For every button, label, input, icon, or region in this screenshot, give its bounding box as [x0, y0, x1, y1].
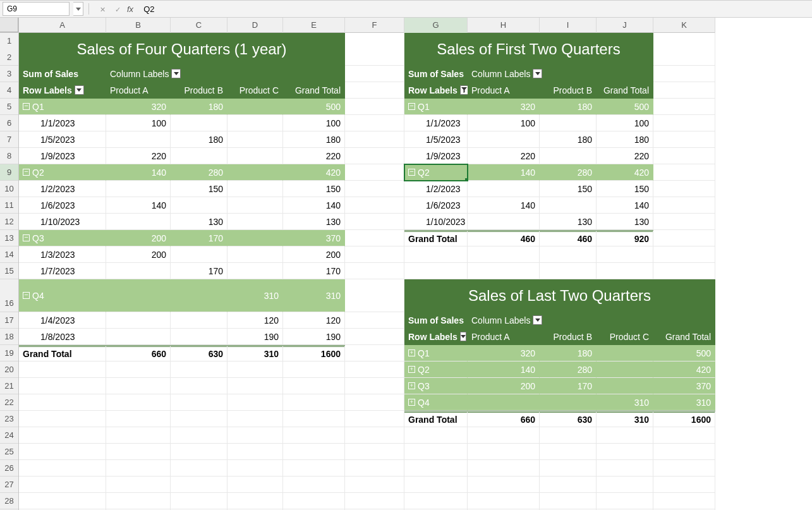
cell[interactable]	[597, 427, 653, 444]
cell[interactable]	[283, 460, 345, 477]
pivot2-val[interactable]: 100	[597, 115, 653, 131]
cell[interactable]	[106, 460, 171, 477]
pivot2-grand-label[interactable]: Grand Total	[404, 230, 468, 246]
cell[interactable]	[283, 427, 345, 444]
cell[interactable]	[345, 460, 404, 477]
pivot2-val[interactable]	[540, 148, 597, 164]
cell[interactable]	[345, 477, 404, 493]
cell[interactable]	[227, 460, 283, 477]
cell[interactable]	[468, 460, 540, 477]
cell[interactable]	[540, 493, 597, 509]
cell[interactable]	[171, 394, 227, 411]
pivot2-val[interactable]: 420	[597, 164, 653, 181]
row-header[interactable]: 27	[0, 477, 18, 493]
pivot1-val[interactable]: 150	[171, 181, 227, 197]
row-header[interactable]: 18	[0, 329, 18, 345]
cell[interactable]	[283, 411, 345, 427]
pivot1-date[interactable]: 1/5/2023	[19, 131, 106, 148]
pivot3-val[interactable]	[468, 394, 540, 411]
pivot1-sum-label[interactable]: Sum of Sales	[19, 66, 106, 82]
pivot3-grand[interactable]: 630	[540, 411, 597, 427]
cell[interactable]	[653, 148, 715, 164]
pivot1-val[interactable]	[227, 263, 283, 279]
cell[interactable]	[171, 460, 227, 477]
pivot1-val[interactable]	[227, 246, 283, 263]
cell[interactable]	[283, 361, 345, 378]
pivot3-val[interactable]: 310	[597, 394, 653, 411]
cell[interactable]	[283, 394, 345, 411]
pivot3-val[interactable]	[597, 345, 653, 361]
pivot3-val[interactable]: 140	[468, 361, 540, 378]
row-header[interactable]: 25	[0, 444, 18, 460]
pivot2-date[interactable]: 1/5/2023	[404, 131, 468, 148]
pivot2-sum-label[interactable]: Sum of Sales	[404, 66, 468, 82]
pivot1-val[interactable]	[171, 312, 227, 329]
pivot2-row-labels[interactable]: Row Labels	[404, 82, 468, 99]
cell[interactable]	[345, 246, 404, 263]
dropdown-icon[interactable]	[75, 85, 84, 95]
expand-icon[interactable]	[408, 349, 415, 356]
pivot1-val[interactable]: 200	[283, 246, 345, 263]
cell[interactable]	[345, 378, 404, 394]
pivot1-val[interactable]	[171, 197, 227, 214]
pivot2-column-labels[interactable]: Column Labels	[468, 66, 597, 82]
cell[interactable]	[345, 33, 404, 66]
cell[interactable]	[540, 263, 597, 279]
cell[interactable]	[468, 444, 540, 460]
col-header-b[interactable]: B	[106, 18, 171, 33]
pivot3-title[interactable]: Sales of Last Two Quarters	[404, 279, 715, 312]
pivot1-val[interactable]: 140	[106, 197, 171, 214]
pivot2-title[interactable]: Sales of First Two Quarters	[404, 33, 653, 66]
cell[interactable]	[227, 427, 283, 444]
pivot3-grand[interactable]: 310	[597, 411, 653, 427]
pivot1-group[interactable]: Q3	[19, 230, 106, 246]
pivot1-val[interactable]	[227, 164, 283, 181]
pivot1-val[interactable]	[227, 115, 283, 131]
cell[interactable]	[106, 493, 171, 509]
pivot3-col-gt[interactable]: Grand Total	[653, 329, 715, 345]
pivot2-col-b[interactable]: Product B	[540, 82, 597, 99]
cell[interactable]	[653, 246, 715, 263]
pivot2-val[interactable]: 220	[468, 148, 540, 164]
pivot2-grand[interactable]: 460	[540, 230, 597, 246]
row-header[interactable]: 26	[0, 460, 18, 477]
pivot3-col-b[interactable]: Product B	[540, 329, 597, 345]
pivot3-val[interactable]: 310	[653, 394, 715, 411]
collapse-icon[interactable]	[23, 103, 30, 110]
pivot3-group[interactable]: Q1	[404, 345, 468, 361]
pivot1-val[interactable]: 100	[106, 115, 171, 131]
enter-icon[interactable]	[112, 4, 123, 14]
name-box-dropdown[interactable]	[73, 2, 83, 16]
pivot2-grand[interactable]: 460	[468, 230, 540, 246]
cell[interactable]	[597, 66, 653, 82]
collapse-icon[interactable]	[23, 169, 30, 176]
pivot1-val[interactable]	[171, 329, 227, 345]
cell[interactable]	[345, 164, 404, 181]
cell[interactable]	[597, 444, 653, 460]
cell[interactable]	[283, 477, 345, 493]
pivot1-val[interactable]: 500	[283, 99, 345, 115]
cell[interactable]	[171, 378, 227, 394]
pivot1-column-labels[interactable]: Column Labels	[106, 66, 227, 82]
cell[interactable]	[653, 164, 715, 181]
cell[interactable]	[653, 460, 715, 477]
cell[interactable]	[540, 460, 597, 477]
pivot2-val[interactable]	[540, 197, 597, 214]
pivot1-val[interactable]	[171, 148, 227, 164]
pivot1-val[interactable]: 310	[283, 279, 345, 312]
row-header[interactable]: 11	[0, 197, 18, 214]
worksheet[interactable]: A B C D E F G H I J K 123456789101112131…	[0, 18, 812, 510]
pivot2-val[interactable]: 500	[597, 99, 653, 115]
cell[interactable]	[653, 197, 715, 214]
row-header[interactable]: 12	[0, 33, 18, 66]
pivot3-val[interactable]: 370	[653, 378, 715, 394]
cell[interactable]	[597, 263, 653, 279]
cell[interactable]	[345, 230, 404, 246]
pivot3-group[interactable]: Q4	[404, 394, 468, 411]
cell[interactable]	[227, 477, 283, 493]
cell[interactable]	[106, 378, 171, 394]
pivot1-date[interactable]: 1/6/2023	[19, 197, 106, 214]
pivot1-col-b[interactable]: Product B	[171, 82, 227, 99]
pivot1-val[interactable]	[171, 246, 227, 263]
cell[interactable]	[345, 427, 404, 444]
